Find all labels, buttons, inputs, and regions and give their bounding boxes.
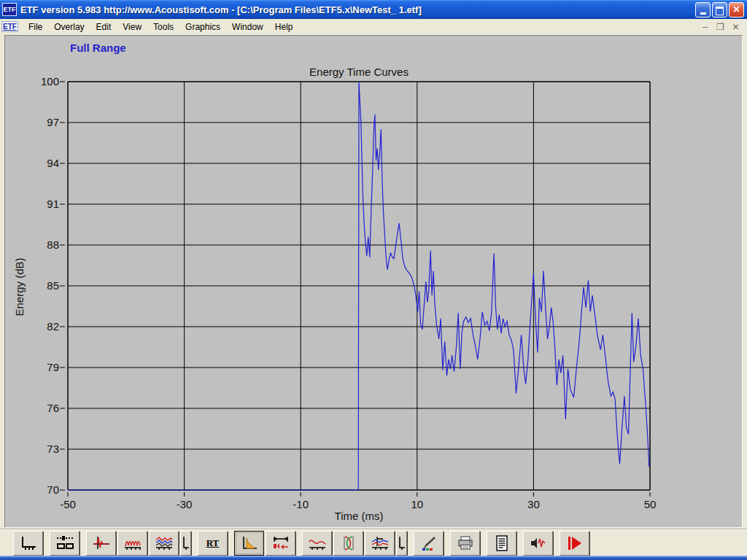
app-icon[interactable]: ETF — [2, 3, 17, 16]
client-area: Full Range Energy Time Curves Energy (dB… — [0, 34, 747, 529]
y-tick-label: 79 — [26, 361, 59, 373]
minimize-button[interactable] — [695, 2, 711, 18]
play-measure-icon — [565, 535, 584, 551]
title-bar: ETF ETF version 5.983 http://www.Acousti… — [0, 0, 747, 19]
toolbar-button-axis-toggle[interactable] — [180, 531, 191, 556]
mdi-document-icon[interactable]: ETF — [1, 21, 18, 32]
rt-text-icon: RT — [206, 537, 220, 549]
y-tick-label: 73 — [26, 443, 59, 455]
minimize-icon — [700, 12, 706, 15]
toolbar-button-gate-window[interactable] — [266, 531, 295, 556]
x-tick-label: 10 — [397, 498, 438, 510]
toolbar-button-frequency-response[interactable] — [117, 531, 147, 556]
overlay-curves-icon — [371, 535, 390, 551]
y-tick-label: 85 — [26, 279, 59, 292]
menu-tools[interactable]: Tools — [147, 20, 179, 34]
report-icon — [492, 535, 511, 551]
toolbar-button-impulse-response[interactable] — [86, 531, 116, 556]
mdi-close-button[interactable]: ✕ — [730, 22, 741, 32]
toolbar-button-smoothed-response[interactable] — [302, 531, 332, 556]
y-tick-label: 70 — [26, 483, 59, 496]
slider-panels-icon — [55, 535, 74, 551]
frequency-response-icon — [123, 535, 142, 551]
toolbar-button-rt[interactable]: RT — [198, 531, 228, 556]
x-tick-label: 30 — [513, 498, 554, 510]
restore-icon — [716, 7, 724, 15]
menu-window[interactable]: Window — [226, 20, 269, 34]
toolbar-button-energy-time-curve[interactable] — [234, 531, 264, 556]
y-tick-label: 100 — [26, 75, 59, 88]
y-tick-label: 82 — [26, 320, 59, 332]
y-tick-label: 91 — [26, 198, 59, 210]
axis-toggle-icon — [398, 535, 406, 551]
menu-view[interactable]: View — [117, 20, 147, 34]
toolbar-button-phase[interactable] — [333, 531, 363, 556]
close-button[interactable]: ✕ — [729, 2, 744, 18]
smoothed-response-icon — [308, 535, 327, 551]
phase-icon — [339, 535, 358, 551]
printer-icon — [456, 535, 475, 551]
color-pen-icon — [419, 535, 438, 551]
y-tick-label: 97 — [26, 116, 59, 128]
y-tick-label: 94 — [26, 157, 59, 169]
plot-area — [68, 82, 650, 490]
y-tick-label: 76 — [26, 402, 59, 414]
chart-title: Energy Time Curves — [68, 66, 650, 78]
etf-application-window: ETF ETF version 5.983 http://www.Acousti… — [0, 0, 747, 560]
energy-time-curve-plot — [68, 82, 650, 490]
toolbar-button-overlay-curves[interactable] — [365, 531, 395, 556]
toolbar-button-axis-toggle-2[interactable] — [396, 531, 407, 556]
toolbar-button-slider-panels[interactable] — [50, 531, 80, 556]
x-tick-label: 50 — [630, 498, 670, 510]
impulse-response-icon — [92, 535, 111, 551]
menu-edit[interactable]: Edit — [90, 20, 117, 34]
y-tick-label: 88 — [26, 238, 59, 251]
toolbar-button-play-measure[interactable] — [560, 531, 589, 556]
toolbar-button-axis-scale[interactable] — [13, 531, 43, 556]
toolbar-button-waterfall[interactable] — [149, 531, 179, 556]
x-tick-label: -10 — [280, 498, 321, 510]
menu-overlay[interactable]: Overlay — [48, 20, 90, 34]
view-range-label: Full Range — [70, 42, 126, 54]
chart-panel: Full Range Energy Time Curves Energy (dB… — [4, 35, 743, 528]
menu-help[interactable]: Help — [269, 20, 299, 34]
gate-window-icon — [271, 535, 290, 551]
taskbar-edge — [0, 556, 747, 560]
waterfall-icon — [155, 535, 174, 551]
speaker-test-icon — [529, 535, 548, 551]
toolbar-button-color-pen[interactable] — [414, 531, 444, 556]
x-tick-label: -30 — [164, 498, 205, 510]
x-tick-label: -50 — [47, 498, 88, 510]
axis-scale-icon — [19, 535, 38, 551]
toolbar-button-speaker-test[interactable] — [523, 531, 553, 556]
x-axis-label: Time (ms) — [68, 510, 650, 522]
toolbar-button-print[interactable] — [450, 531, 480, 556]
y-axis-label: Energy (dB) — [13, 233, 26, 342]
menu-file[interactable]: File — [23, 20, 48, 34]
restore-button[interactable] — [712, 2, 727, 18]
mdi-restore-button[interactable]: ❐ — [715, 22, 726, 32]
menu-graphics[interactable]: Graphics — [179, 20, 226, 34]
mdi-minimize-button[interactable]: – — [700, 22, 711, 32]
toolbar-button-report[interactable] — [487, 531, 516, 556]
energy-time-curve-icon — [240, 535, 259, 551]
toolbar: RT — [0, 529, 747, 556]
menu-bar: ETF File Overlay Edit View Tools Graphic… — [0, 19, 747, 35]
window-title: ETF version 5.983 http://www.Acoustisoft… — [20, 4, 695, 15]
axis-toggle-icon — [182, 535, 190, 551]
